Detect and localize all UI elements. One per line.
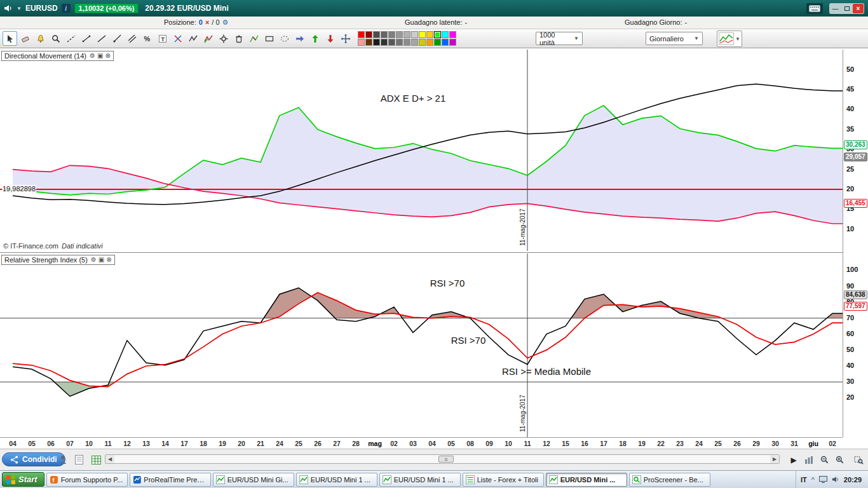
display-icon[interactable] [819, 476, 827, 483]
palette-color-swatch[interactable] [419, 39, 426, 46]
close-button[interactable]: × [853, 4, 864, 13]
palette-color-swatch[interactable] [396, 31, 403, 38]
chart-style-button[interactable]: ▼ [717, 30, 742, 47]
trash-tool-button[interactable] [231, 31, 246, 46]
palette-color-swatch[interactable] [403, 39, 410, 46]
taskbar-clock[interactable]: 20:29 [844, 476, 862, 484]
taskbar-item[interactable]: ProRealTime Prem... [130, 473, 211, 487]
alarm-tool-button[interactable] [33, 31, 48, 46]
palette-color-swatch[interactable] [365, 31, 372, 38]
scroll-right-arrow[interactable]: ▶ [770, 455, 779, 463]
chart-annotation[interactable]: RSI >70 [430, 278, 465, 288]
speaker-icon[interactable] [4, 4, 13, 12]
taskbar-item[interactable]: fForum Supporto P... [46, 473, 128, 487]
price-axis[interactable]: 50454035302520151030,26329,05716,4551009… [843, 50, 868, 437]
palette-color-swatch[interactable] [381, 39, 388, 46]
palette-color-swatch[interactable] [358, 39, 365, 46]
palette-color-swatch[interactable] [396, 39, 403, 46]
panel-divider[interactable] [0, 252, 868, 253]
palette-color-swatch[interactable] [434, 39, 441, 46]
horizontal-scrollbar[interactable]: ◀ ≡ ▶ [105, 454, 780, 464]
zoom-out-icon[interactable] [817, 454, 831, 466]
position-settings-icon[interactable]: ⚙ [222, 18, 229, 27]
go-last-bar-icon[interactable]: ▶ [787, 454, 801, 466]
language-indicator[interactable]: IT [801, 476, 807, 484]
copy-window-icon[interactable]: ▣ [98, 257, 104, 263]
move-cross-tool-button[interactable] [338, 31, 353, 46]
units-dropdown[interactable]: 1000 unità ▼ [536, 32, 583, 45]
series-line-RSI[interactable] [13, 288, 843, 396]
palette-color-swatch[interactable] [449, 31, 456, 38]
palette-color-swatch[interactable] [373, 31, 380, 38]
taskbar-item[interactable]: ProScreener - Be... [629, 473, 710, 487]
zigzag-tool-button[interactable] [186, 31, 200, 46]
taskbar-item[interactable]: Liste - Forex + Titoli [463, 473, 544, 487]
tools-tool-button[interactable] [216, 31, 231, 46]
palette-color-swatch[interactable] [449, 39, 456, 46]
taskbar-item[interactable]: EUR/USD Mini 1 ... [379, 473, 461, 487]
palette-color-swatch[interactable] [381, 31, 388, 38]
palette-color-swatch[interactable] [426, 31, 433, 38]
close-position-icon[interactable]: × [205, 18, 209, 27]
volume-icon[interactable] [832, 476, 839, 483]
wrench-icon[interactable]: ⚙ [90, 53, 95, 59]
wrench-icon[interactable]: ⚙ [91, 257, 97, 263]
scroll-left-arrow[interactable]: ◀ [105, 455, 114, 463]
columns-icon[interactable] [802, 454, 816, 466]
text-tool-button[interactable]: T [155, 31, 170, 46]
copy-window-icon[interactable]: ▣ [97, 53, 103, 59]
palette-color-swatch[interactable] [419, 31, 426, 38]
cross-lines-tool-button[interactable] [170, 31, 185, 46]
taskbar-item[interactable]: EUR/USD Mini Gi... [213, 473, 294, 487]
timeframe-dropdown[interactable]: Giornaliero ▼ [646, 32, 703, 45]
time-axis[interactable]: 04050607101112131417181920212425262728ma… [0, 437, 843, 449]
zoom-selection-icon[interactable] [851, 454, 865, 466]
palette-color-swatch[interactable] [388, 31, 395, 38]
rectangle-tool-button[interactable] [262, 31, 276, 46]
dashed-line-tool-button[interactable] [64, 31, 78, 46]
taskbar-item[interactable]: EUR/USD Mini ... [546, 473, 627, 487]
palette-color-swatch[interactable] [426, 39, 433, 46]
zoom-in-icon[interactable] [832, 454, 846, 466]
arrow-down-tool-button[interactable] [323, 31, 337, 46]
chart-annotation[interactable]: RSI >= Media Mobile [502, 366, 591, 377]
palette-color-swatch[interactable] [388, 39, 395, 46]
palette-color-swatch[interactable] [403, 31, 410, 38]
segment-tool-button[interactable] [79, 31, 93, 46]
arrow-up-tool-button[interactable] [308, 31, 322, 46]
palette-color-swatch[interactable] [411, 39, 418, 46]
parallel-lines-tool-button[interactable] [125, 31, 139, 46]
palette-color-swatch[interactable] [434, 31, 441, 38]
palette-color-swatch[interactable] [365, 39, 372, 46]
ray-tool-button[interactable] [109, 31, 124, 46]
keyboard-icon[interactable] [806, 3, 823, 14]
rsi-panel[interactable]: 11-mag-2017RSI >70RSI >70RSI >= Media Mo… [0, 254, 843, 437]
percent-chart-tool-button[interactable]: % [140, 31, 154, 46]
palette-color-swatch[interactable] [411, 31, 418, 38]
close-icon[interactable]: ⊗ [105, 53, 110, 59]
lasso-tool-button[interactable] [277, 31, 292, 46]
zoom-tool-button[interactable] [48, 31, 63, 46]
taskbar-item[interactable]: EUR/USD Mini 1 ... [296, 473, 377, 487]
trader-account-icon[interactable] [56, 454, 70, 466]
zigzag-colored-tool-button[interactable] [247, 31, 261, 46]
close-icon[interactable]: ⊗ [106, 257, 111, 263]
palette-color-swatch[interactable] [373, 39, 380, 46]
eraser-tool-button[interactable] [18, 31, 32, 46]
minimize-button[interactable]: — [830, 4, 841, 13]
series-line-MediaMobile[interactable] [13, 293, 843, 387]
symbol-dropdown-caret[interactable]: ▼ [17, 6, 22, 11]
market-grid-icon[interactable] [89, 454, 103, 466]
palette-color-swatch[interactable] [442, 31, 449, 38]
restore-button[interactable] [841, 4, 852, 13]
directional-movement-panel[interactable]: 11-mag-2017ADX E D+ > 21 [0, 50, 843, 251]
info-icon[interactable]: i [62, 4, 71, 13]
chart-annotation[interactable]: ADX E D+ > 21 [381, 93, 446, 104]
news-icon[interactable] [72, 454, 86, 466]
zigzag-signals-tool-button[interactable] [201, 31, 215, 46]
show-hidden-icons[interactable]: ^ [811, 476, 815, 484]
palette-color-swatch[interactable] [358, 31, 365, 38]
start-button[interactable]: Start [2, 472, 44, 487]
chart-annotation[interactable]: RSI >70 [451, 335, 486, 346]
palette-color-swatch[interactable] [442, 39, 449, 46]
